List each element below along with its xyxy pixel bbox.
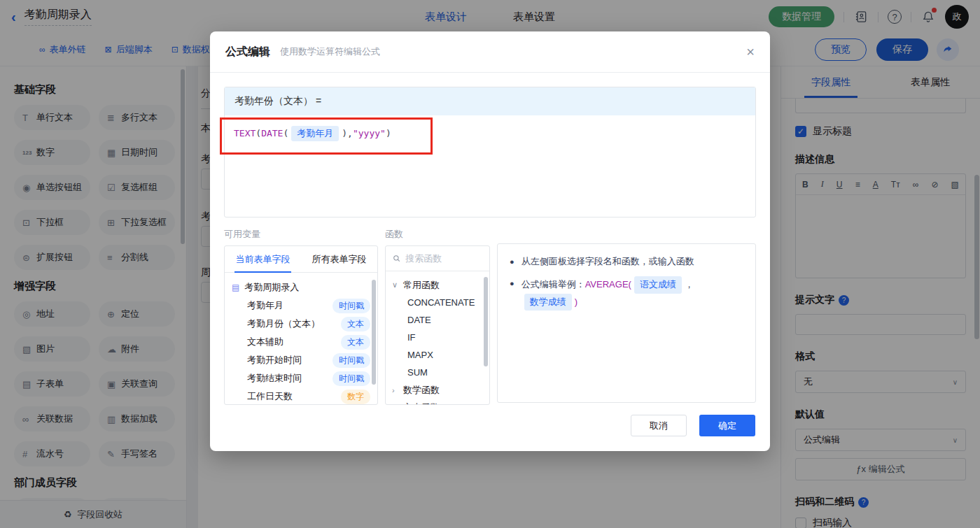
variable-row[interactable]: 考勤结束时间时间戳 (232, 369, 370, 387)
tips-panel: ● 从左侧面板选择字段名和函数，或输入函数 ● 公式编辑举例：AVERAGE(语… (497, 243, 756, 403)
caret-right-icon: › (392, 386, 399, 394)
func-item[interactable]: IF (392, 329, 483, 346)
functions-column: 函数 ∨ 常用函数 (385, 228, 490, 405)
tip-line: ● 从左侧面板选择字段名和函数，或输入函数 (510, 255, 743, 269)
modal-title: 公式编辑 (225, 45, 270, 59)
type-badge: 数字 (341, 390, 370, 404)
func-item[interactable]: SUM (392, 364, 483, 381)
functions-label: 函数 (385, 228, 490, 241)
variables-tabs: 当前表单字段 所有表单字段 (225, 246, 377, 273)
modal-panels: 可用变量 当前表单字段 所有表单字段 ▤ 考勤周期录入 考勤年月时间戳 (224, 228, 756, 405)
variables-column: 可用变量 当前表单字段 所有表单字段 ▤ 考勤周期录入 考勤年月时间戳 (224, 228, 378, 405)
tips-spacer (497, 228, 756, 238)
cancel-button[interactable]: 取消 (631, 415, 687, 436)
formula-edit-modal: 公式编辑 使用数学运算符编辑公式 × 考勤年份（文本） = TEXT(DATE(… (210, 31, 770, 451)
formula-editor[interactable]: TEXT(DATE(考勤年月),"yyyy") (225, 115, 755, 217)
tree-root-form[interactable]: ▤ 考勤周期录入 (232, 278, 370, 297)
modal-body: 考勤年份（文本） = TEXT(DATE(考勤年月),"yyyy") 可用变量 … (210, 73, 770, 451)
variables-label: 可用变量 (224, 228, 378, 241)
type-badge: 文本 (341, 317, 370, 331)
functions-panel: ∨ 常用函数 CONCATENATE DATE IF MAPX SUM › 数学… (385, 245, 490, 405)
confirm-button[interactable]: 确定 (699, 415, 755, 436)
modal-header: 公式编辑 使用数学运算符编辑公式 × (210, 31, 770, 73)
tab-current-form-fields[interactable]: 当前表单字段 (225, 246, 301, 272)
example-func: AVERAGE( (585, 279, 631, 290)
formula-token-string: "yyyy" (353, 128, 386, 138)
search-icon (393, 254, 400, 263)
tip-example-line: ● 公式编辑举例：AVERAGE(语文成绩，数学成绩) (510, 276, 743, 311)
func-item[interactable]: CONCATENATE (392, 294, 483, 311)
function-search (386, 246, 489, 271)
variables-panel: 当前表单字段 所有表单字段 ▤ 考勤周期录入 考勤年月时间戳 考勤月份（文本）文… (224, 245, 378, 405)
app-root: ‹ 考勤周期录入 表单设计 表单设置 数据管理 ? (0, 0, 980, 528)
variable-row[interactable]: 考勤月份（文本）文本 (232, 315, 370, 333)
caret-down-icon: ∨ (392, 280, 399, 290)
formula-token-text: TEXT (234, 128, 255, 138)
example-variable-chip: 数学成绩 (524, 294, 572, 311)
func-item[interactable]: DATE (392, 311, 483, 329)
variable-row[interactable]: 考勤年月时间戳 (232, 297, 370, 315)
func-group-text[interactable]: › 文本函数 (392, 399, 483, 405)
type-badge: 时间戳 (332, 371, 370, 386)
formula-token-date: DATE (261, 128, 283, 138)
example-variable-chip: 语文成绩 (634, 276, 682, 294)
variable-row[interactable]: 考勤开始时间时间戳 (232, 351, 370, 369)
formula-result-field: 考勤年份（文本） = (225, 87, 755, 115)
close-icon[interactable]: × (746, 45, 755, 59)
func-group-common[interactable]: ∨ 常用函数 (392, 276, 483, 294)
formula-box: 考勤年份（文本） = TEXT(DATE(考勤年月),"yyyy") (224, 87, 756, 217)
functions-tree: ∨ 常用函数 CONCATENATE DATE IF MAPX SUM › 数学… (386, 271, 489, 405)
modal-subtitle: 使用数学运算符编辑公式 (280, 45, 380, 58)
func-group-math[interactable]: › 数学函数 (392, 381, 483, 399)
form-doc-icon: ▤ (232, 283, 239, 292)
type-badge: 时间戳 (332, 353, 370, 368)
modal-footer: 取消 确定 (631, 415, 755, 436)
func-item[interactable]: MAPX (392, 346, 483, 364)
type-badge: 文本 (341, 335, 370, 350)
variable-row[interactable]: 工作日天数数字 (232, 387, 370, 405)
type-badge: 时间戳 (332, 299, 370, 313)
function-search-input[interactable] (405, 253, 482, 264)
tab-all-form-fields[interactable]: 所有表单字段 (301, 246, 377, 272)
variables-tree: ▤ 考勤周期录入 考勤年月时间戳 考勤月份（文本）文本 文本辅助文本 考勤开始时… (225, 273, 377, 405)
functions-scrollbar[interactable] (484, 277, 488, 366)
tips-column: ● 从左侧面板选择字段名和函数，或输入函数 ● 公式编辑举例：AVERAGE(语… (497, 228, 756, 405)
formula-variable-chip[interactable]: 考勤年月 (291, 126, 339, 141)
variable-row[interactable]: 文本辅助文本 (232, 333, 370, 351)
variables-scrollbar[interactable] (372, 280, 376, 385)
caret-right-icon: › (392, 404, 399, 406)
